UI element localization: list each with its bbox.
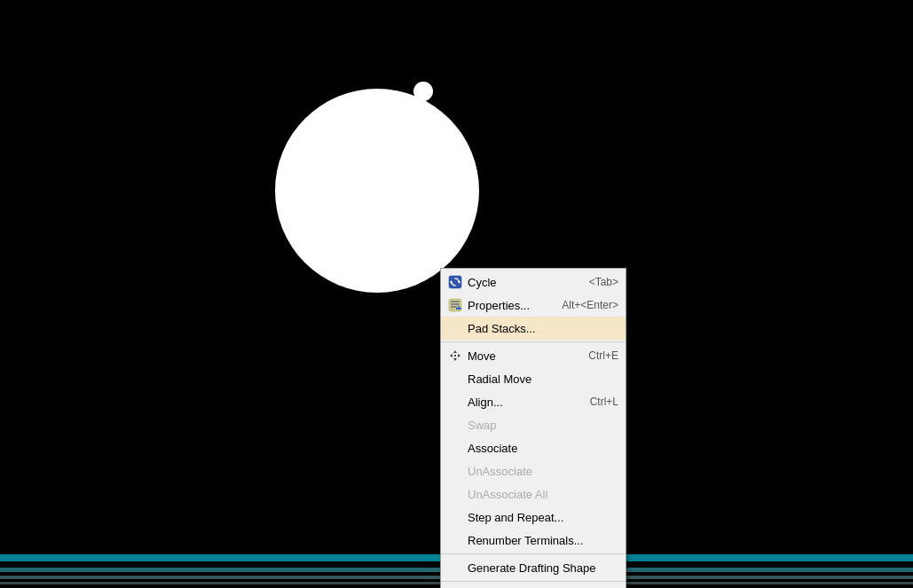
menu-item-cycle[interactable]: Cycle <Tab> [441, 270, 626, 294]
svg-marker-11 [450, 354, 453, 357]
pad-circle [275, 89, 479, 293]
move-icon [446, 347, 464, 365]
menu-item-align[interactable]: Align... Ctrl+L [441, 390, 626, 413]
associate-icon-placeholder [446, 439, 464, 457]
swap-label: Swap [468, 419, 618, 432]
menu-item-renumber-terminals[interactable]: Renumber Terminals... [441, 529, 626, 552]
properties-label: Properties... [468, 299, 555, 312]
pad-stacks-label: Pad Stacks... [468, 322, 618, 335]
generate-drafting-icon-placeholder [446, 559, 464, 576]
align-label: Align... [468, 396, 583, 409]
menu-item-unassociate-all: UnAssociate All [441, 482, 626, 506]
move-label: Move [468, 349, 581, 363]
cycle-shortcut: <Tab> [589, 276, 618, 288]
menu-item-unassociate: UnAssociate [441, 459, 626, 482]
svg-marker-9 [453, 350, 457, 353]
menu-item-properties[interactable]: Properties... Alt+<Enter> [441, 294, 626, 317]
svg-marker-10 [453, 358, 457, 361]
renumber-terminals-label: Renumber Terminals... [468, 534, 618, 547]
radial-move-icon-placeholder [446, 370, 464, 388]
pad-stacks-icon-placeholder [446, 319, 464, 337]
svg-marker-12 [458, 354, 460, 357]
menu-item-swap: Swap [441, 413, 626, 436]
menu-item-cancel[interactable]: Cancel <Esc> [441, 584, 626, 588]
unassociate-label: UnAssociate [468, 465, 618, 478]
menu-item-associate[interactable]: Associate [441, 436, 626, 459]
unassociate-icon-placeholder [446, 462, 464, 480]
generate-drafting-shape-label: Generate Drafting Shape [468, 561, 618, 575]
separator-3 [441, 581, 626, 582]
menu-item-move[interactable]: Move Ctrl+E [441, 344, 626, 367]
align-shortcut: Ctrl+L [590, 396, 618, 408]
svg-rect-5 [451, 303, 460, 305]
svg-rect-6 [451, 306, 457, 308]
step-and-repeat-label: Step and Repeat... [468, 511, 618, 524]
swap-icon-placeholder [446, 416, 464, 434]
properties-icon [446, 296, 464, 314]
unassociate-all-icon-placeholder [446, 485, 464, 503]
svg-rect-13 [454, 355, 456, 357]
renumber-terminals-icon-placeholder [446, 531, 464, 549]
step-repeat-icon-placeholder [446, 508, 464, 526]
unassociate-all-label: UnAssociate All [468, 488, 618, 501]
properties-shortcut: Alt+<Enter> [562, 299, 618, 311]
svg-rect-4 [451, 301, 460, 302]
svg-rect-8 [456, 308, 461, 310]
menu-item-pad-stacks[interactable]: Pad Stacks... [441, 317, 626, 340]
move-shortcut: Ctrl+E [588, 349, 618, 362]
cycle-label: Cycle [468, 276, 582, 289]
separator-1 [441, 341, 626, 342]
cycle-icon [446, 273, 464, 291]
radial-move-label: Radial Move [468, 372, 618, 386]
context-menu: Cycle <Tab> Properties... Alt+<Enter> Pa… [440, 268, 626, 588]
associate-label: Associate [468, 442, 618, 455]
menu-item-radial-move[interactable]: Radial Move [441, 367, 626, 390]
menu-item-step-and-repeat[interactable]: Step and Repeat... [441, 506, 626, 529]
menu-item-generate-drafting-shape[interactable]: Generate Drafting Shape [441, 556, 626, 579]
separator-2 [441, 553, 626, 554]
align-icon-placeholder [446, 393, 464, 411]
